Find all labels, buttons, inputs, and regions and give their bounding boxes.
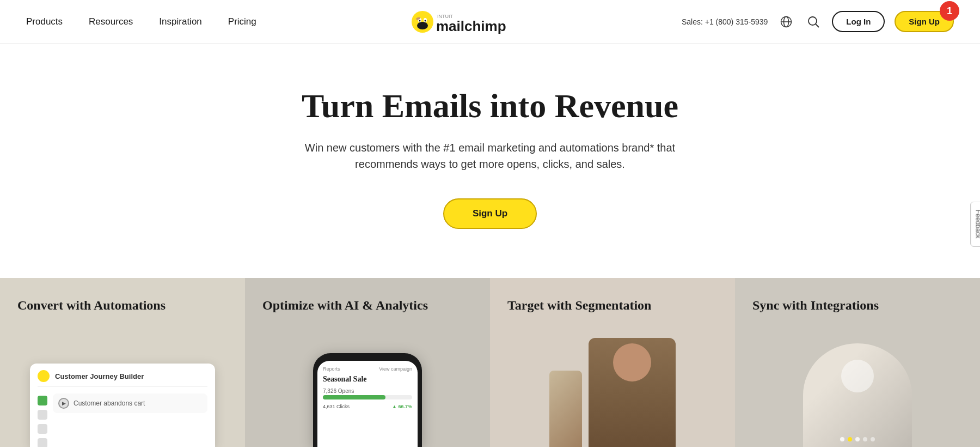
segmentation-mock xyxy=(490,322,735,447)
journey-icon-2 xyxy=(38,410,47,420)
dot-3 xyxy=(855,437,860,441)
hero-section: Turn Emails into Revenue Win new custome… xyxy=(0,44,980,278)
features-row: Convert with Automations Customer Journe… xyxy=(0,278,980,447)
phone-header-right: View campaign xyxy=(379,366,412,372)
phone-pct: ▲ 66.7% xyxy=(392,404,412,409)
journey-title-text: Customer Journey Builder xyxy=(55,372,144,380)
nav-right: Sales: +1 (800) 315-5939 Log In Sign Up … xyxy=(682,11,954,32)
feature-segmentation: Target with Segmentation xyxy=(490,278,735,447)
journey-sidebar: ▶ Customer abandons cart xyxy=(38,393,207,447)
journey-icon-3 xyxy=(38,424,47,434)
automations-mock: Customer Journey Builder ▶ Customer aban… xyxy=(0,322,245,447)
feature-segmentation-title: Target with Segmentation xyxy=(490,278,735,322)
svg-point-5 xyxy=(425,20,426,21)
mailchimp-logo-svg: INTUIT mailchimp xyxy=(409,8,529,35)
nav-left: Products Resources Inspiration Pricing xyxy=(26,16,256,27)
dot-4 xyxy=(863,437,867,441)
cylinder-highlight xyxy=(841,360,874,392)
feature-ai-analytics: Optimize with AI & Analytics Reports Vie… xyxy=(245,278,490,447)
person-head xyxy=(613,343,651,382)
dot-1 xyxy=(840,437,844,441)
person-body xyxy=(589,338,676,447)
phone-screen: Reports View campaign Seasonal Sale 7,32… xyxy=(317,361,418,447)
phone-bar-fill xyxy=(323,395,385,399)
nav-products[interactable]: Products xyxy=(26,16,63,27)
feature-ai-title: Optimize with AI & Analytics xyxy=(245,278,490,322)
journey-icon-1 xyxy=(38,396,47,405)
hero-title: Turn Emails into Revenue xyxy=(22,87,958,124)
signup-wrapper: Sign Up 1 xyxy=(895,11,954,32)
step-icon-1: ▶ xyxy=(58,398,69,409)
notification-badge: 1 xyxy=(940,1,959,21)
nav-inspiration[interactable]: Inspiration xyxy=(159,16,201,27)
journey-builder-mock: Customer Journey Builder ▶ Customer aban… xyxy=(30,364,215,447)
dot-5 xyxy=(871,437,875,441)
globe-icon[interactable] xyxy=(777,13,795,31)
logo[interactable]: INTUIT mailchimp xyxy=(409,8,529,35)
login-button[interactable]: Log In xyxy=(832,11,885,32)
phone-bar-bg xyxy=(323,395,412,399)
phone-header: Reports View campaign xyxy=(323,366,412,372)
phone-stats-row: 4,631 Clicks ▲ 66.7% xyxy=(323,404,412,409)
phone-header-left: Reports xyxy=(323,366,340,372)
feature-automations: Convert with Automations Customer Journe… xyxy=(0,278,245,447)
phone-opens: 7,326 Opens xyxy=(323,388,412,394)
journey-step-1: ▶ Customer abandons cart xyxy=(53,393,207,413)
feedback-tab[interactable]: Feedback xyxy=(971,202,980,247)
phone-campaign-title: Seasonal Sale xyxy=(323,375,412,384)
person-visual xyxy=(549,338,676,447)
search-icon[interactable] xyxy=(805,13,822,31)
box-left xyxy=(549,371,582,447)
nav-resources[interactable]: Resources xyxy=(89,16,133,27)
sales-number: Sales: +1 (800) 315-5939 xyxy=(682,17,768,26)
svg-line-13 xyxy=(816,24,819,27)
phone-device: Reports View campaign Seasonal Sale 7,32… xyxy=(313,353,422,447)
svg-text:mailchimp: mailchimp xyxy=(436,18,506,34)
journey-icons xyxy=(38,393,47,447)
dots-row xyxy=(840,437,875,441)
feature-integrations-title: Sync with Integrations xyxy=(735,278,980,322)
journey-icon-4 xyxy=(38,438,47,447)
feature-integrations: Sync with Integrations xyxy=(735,278,980,447)
journey-header: Customer Journey Builder xyxy=(38,370,207,387)
svg-point-1 xyxy=(417,22,428,29)
cylinder-visual xyxy=(803,343,912,447)
phone-mock-container: Reports View campaign Seasonal Sale 7,32… xyxy=(245,322,490,447)
journey-content: ▶ Customer abandons cart xyxy=(53,393,207,447)
hero-signup-button[interactable]: Sign Up xyxy=(443,198,537,229)
nav-pricing[interactable]: Pricing xyxy=(228,16,256,27)
svg-point-4 xyxy=(419,20,421,21)
journey-step-1-label: Customer abandons cart xyxy=(74,399,145,407)
integrations-mock xyxy=(735,322,980,447)
dot-2 xyxy=(848,437,852,441)
hero-subtitle: Win new customers with the #1 email mark… xyxy=(299,140,681,172)
phone-clicks: 4,631 Clicks xyxy=(323,404,350,409)
journey-logo-icon xyxy=(38,370,50,382)
feature-automations-title: Convert with Automations xyxy=(0,278,245,322)
navbar: Products Resources Inspiration Pricing I… xyxy=(0,0,980,44)
